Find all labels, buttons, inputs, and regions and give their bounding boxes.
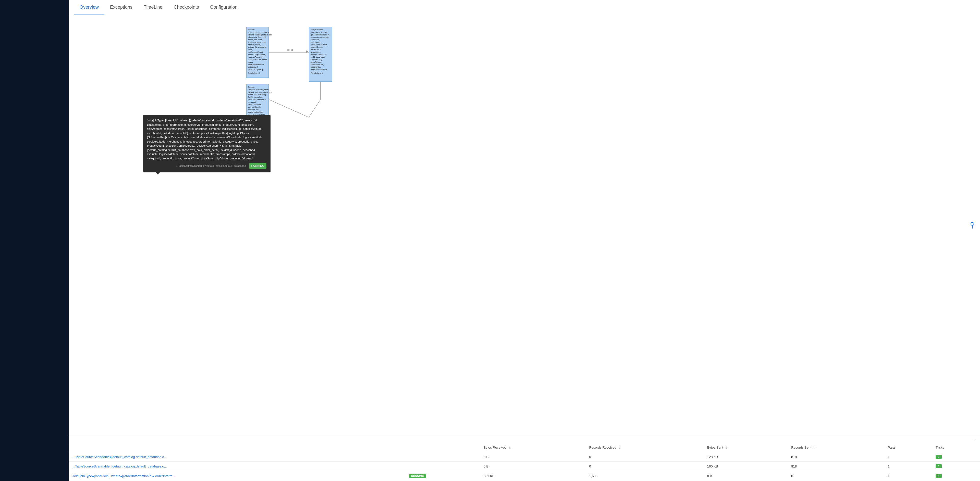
- table-toolbar: ···: [69, 435, 980, 443]
- tab-configuration[interactable]: Configuration: [205, 0, 243, 15]
- diagram-area[interactable]: Source: TableSourceScan(table=[default_c…: [69, 15, 980, 435]
- col-tasks: Tasks: [932, 443, 980, 452]
- tab-checkpoints[interactable]: Checkpoints: [168, 0, 204, 15]
- tab-bar: Overview Exceptions TimeLine Checkpoints…: [69, 0, 980, 15]
- table-row: ...TableSourceScan(table=[default_catalo…: [69, 462, 980, 471]
- col-parallelism: Parall: [884, 443, 932, 452]
- svg-point-6: [971, 222, 974, 225]
- minimap-button[interactable]: [970, 221, 975, 229]
- node-1[interactable]: Source: TableSourceScan(table=[default_c…: [246, 27, 269, 78]
- row-tasks-0: 1: [935, 455, 942, 459]
- tooltip-status: RUNNING: [249, 163, 266, 169]
- row-tasks-1: 1: [935, 464, 942, 468]
- col-name: [69, 443, 405, 452]
- col-bytes-received[interactable]: Bytes Received ⇅: [480, 443, 586, 452]
- row-parallelism-1: 1: [884, 462, 932, 471]
- col-records-received[interactable]: Records Received ⇅: [585, 443, 703, 452]
- tooltip-row-label: ...TableSourceScan(table=[default_catalo…: [176, 165, 247, 167]
- table-area: ··· Bytes Received ⇅ Records Received ⇅: [69, 435, 980, 481]
- row-records_received-2: 1,636: [585, 471, 703, 481]
- jobs-table: Bytes Received ⇅ Records Received ⇅ Byte…: [69, 443, 980, 481]
- row-parallelism-2: 1: [884, 471, 932, 481]
- records-received-sort-icon: ⇅: [618, 446, 620, 449]
- node-2-text: Join(joinType=[InnerJoin], wh ere=[{orde…: [310, 29, 331, 71]
- bytes-sent-sort-icon: ⇅: [725, 446, 727, 449]
- node-3[interactable]: Source: TableSourceScan(table=[default_c…: [246, 84, 269, 117]
- connector-lines: HASH: [69, 15, 980, 435]
- tooltip: Join(joinType=[InnerJoin], where=[(order…: [143, 115, 270, 172]
- node-1-label: Parallelism: 1: [248, 72, 267, 75]
- table-row: ...TableSourceScan(table=[default_catalo…: [69, 452, 980, 462]
- row-bytes_sent-0: 128 KB: [703, 452, 788, 462]
- svg-line-5: [309, 100, 321, 117]
- row-records_sent-0: 818: [788, 452, 884, 462]
- row-tasks-2: 1: [935, 474, 942, 478]
- content-area: Source: TableSourceScan(table=[default_c…: [69, 15, 980, 481]
- node-2-label: Parallelism: 1: [310, 72, 331, 75]
- col-bytes-sent[interactable]: Bytes Sent ⇅: [703, 443, 788, 452]
- records-sent-sort-icon: ⇅: [813, 446, 816, 449]
- row-bytes_sent-2: 0 B: [703, 471, 788, 481]
- node-2[interactable]: Join(joinType=[InnerJoin], wh ere=[{orde…: [309, 27, 332, 82]
- table-header-row: Bytes Received ⇅ Records Received ⇅ Byte…: [69, 443, 980, 452]
- tab-overview[interactable]: Overview: [74, 0, 104, 15]
- row-bytes_sent-1: 160 KB: [703, 462, 788, 471]
- table-body: ...TableSourceScan(table=[default_catalo…: [69, 452, 980, 481]
- toolbar-dots[interactable]: ···: [973, 437, 976, 441]
- row-records_received-0: 0: [585, 452, 703, 462]
- row-records_received-1: 0: [585, 462, 703, 471]
- sidebar: [0, 0, 69, 481]
- row-name-2[interactable]: Join(joinType=[InnerJoin], where=[(order…: [73, 474, 175, 478]
- row-bytes_received-2: 301 KB: [480, 471, 586, 481]
- tab-exceptions[interactable]: Exceptions: [104, 0, 138, 15]
- table-row: Join(joinType=[InnerJoin], where=[(order…: [69, 471, 980, 481]
- row-records_sent-2: 0: [788, 471, 884, 481]
- bytes-received-sort-icon: ⇅: [509, 446, 511, 449]
- row-bytes_received-0: 0 B: [480, 452, 586, 462]
- svg-text:HASH: HASH: [286, 49, 293, 51]
- row-bytes_received-1: 0 B: [480, 462, 586, 471]
- main-content: Overview Exceptions TimeLine Checkpoints…: [69, 0, 980, 481]
- svg-marker-2: [306, 51, 308, 53]
- row-records_sent-1: 818: [788, 462, 884, 471]
- svg-line-4: [269, 100, 309, 117]
- tooltip-text: Join(joinType=[InnerJoin], where=[(order…: [147, 119, 263, 160]
- row-status-2: RUNNING: [409, 474, 426, 478]
- row-name-0[interactable]: ...TableSourceScan(table=[default_catalo…: [73, 455, 167, 459]
- col-status: [405, 443, 480, 452]
- row-name-1[interactable]: ...TableSourceScan(table=[default_catalo…: [73, 464, 167, 468]
- row-parallelism-0: 1: [884, 452, 932, 462]
- node-1-text: Source: TableSourceScan(table=[default_c…: [248, 29, 267, 71]
- col-records-sent[interactable]: Records Sent ⇅: [788, 443, 884, 452]
- tab-timeline[interactable]: TimeLine: [138, 0, 168, 15]
